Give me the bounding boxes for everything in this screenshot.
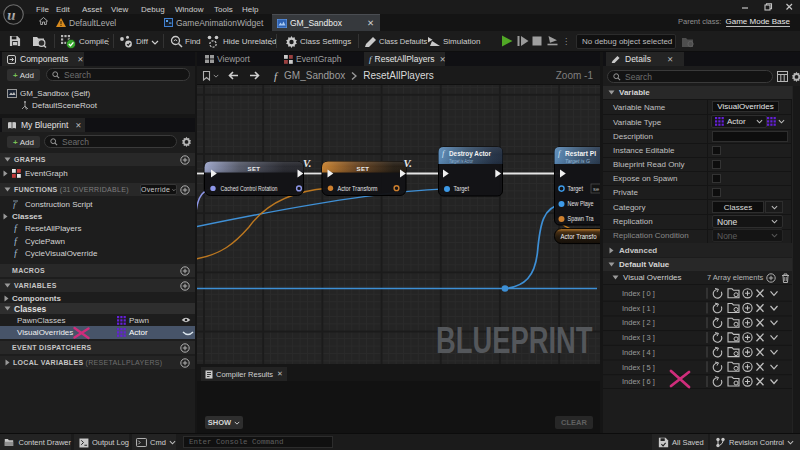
svg-text:Actor Transfo: Actor Transfo bbox=[561, 233, 597, 240]
svg-text:Index [ 0 ]: Index [ 0 ] bbox=[622, 289, 655, 298]
svg-text:V.: V. bbox=[303, 158, 311, 169]
svg-text:Index [ 4 ]: Index [ 4 ] bbox=[622, 348, 655, 357]
svg-text:Spawn Tra: Spawn Tra bbox=[568, 215, 594, 223]
svg-text:f: f bbox=[14, 237, 18, 246]
svg-text:Cached Control Rotation: Cached Control Rotation bbox=[221, 185, 278, 192]
svg-text:New Playe: New Playe bbox=[568, 200, 594, 208]
svg-text:Target is G: Target is G bbox=[565, 158, 590, 164]
svg-text:se: se bbox=[593, 186, 599, 192]
svg-text:Index [ 6 ]: Index [ 6 ] bbox=[622, 377, 655, 386]
svg-text:Target: Target bbox=[454, 185, 470, 193]
svg-text:V.: V. bbox=[404, 158, 412, 169]
svg-text:Index [ 1 ]: Index [ 1 ] bbox=[622, 304, 655, 313]
svg-text:Index [ 3 ]: Index [ 3 ] bbox=[622, 333, 655, 342]
svg-text:Index [ 5 ]: Index [ 5 ] bbox=[622, 363, 655, 372]
svg-text:SET: SET bbox=[357, 166, 370, 172]
svg-text:Actor Transform: Actor Transform bbox=[338, 185, 378, 192]
svg-text:Index [ 2 ]: Index [ 2 ] bbox=[622, 318, 655, 327]
svg-text:f: f bbox=[14, 249, 18, 258]
svg-text:f: f bbox=[14, 224, 18, 233]
svg-text:SET: SET bbox=[248, 166, 261, 172]
svg-text:Target: Target bbox=[568, 185, 584, 193]
svg-text:Destroy Actor: Destroy Actor bbox=[449, 150, 491, 158]
svg-text:Target is Actor: Target is Actor bbox=[449, 158, 474, 164]
svg-text:Restart Pl: Restart Pl bbox=[565, 150, 596, 157]
